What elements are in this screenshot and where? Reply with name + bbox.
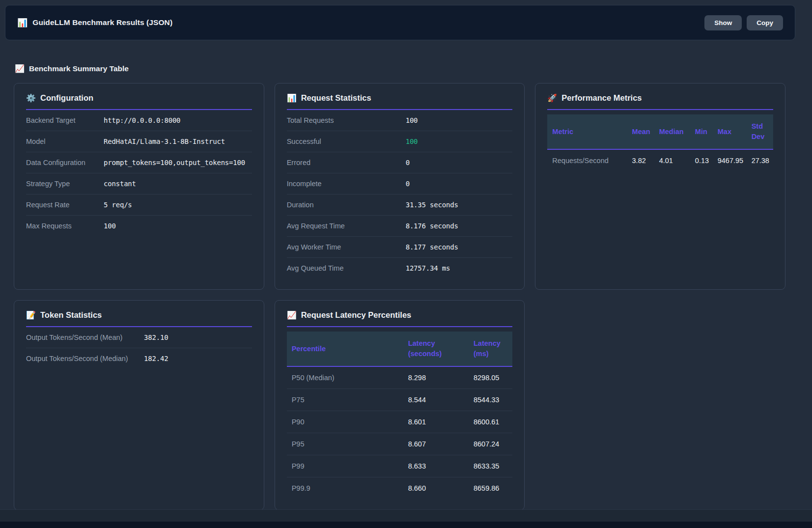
benchmark-summary-heading: 📈 Benchmark Summary Table xyxy=(15,64,812,73)
reqstat-row-errored: Errored 0 xyxy=(287,152,513,173)
row-value: prompt_tokens=100,output_tokens=100 xyxy=(104,159,245,167)
footer-strip xyxy=(0,522,812,528)
cell-metric: Requests/Second xyxy=(547,149,628,171)
table-header-row: Percentile Latency (seconds) Latency (ms… xyxy=(287,332,513,366)
cell-std-dev: 27.38 xyxy=(748,149,773,171)
row-value: http://0.0.0.0:8000 xyxy=(104,116,180,124)
latency-percentiles-table: Percentile Latency (seconds) Latency (ms… xyxy=(287,332,513,499)
token-statistics-rows: Output Tokens/Second (Mean) 382.10 Outpu… xyxy=(26,327,252,369)
row-value: 0 xyxy=(406,180,410,188)
row-value: RedHatAI/Llama-3.1-8B-Instruct xyxy=(104,138,225,145)
cell-max: 9467.95 xyxy=(714,149,748,171)
config-row-request-rate: Request Rate 5 req/s xyxy=(26,195,252,216)
reqstat-row-total-requests: Total Requests 100 xyxy=(287,110,513,131)
row-value: 12757.34 ms xyxy=(406,264,450,272)
col-std-dev: Std Dev xyxy=(748,114,773,149)
reqstat-row-incomplete: Incomplete 0 xyxy=(287,173,513,195)
cell-latency-seconds: 8.544 xyxy=(404,389,470,411)
memo-icon: 📝 xyxy=(26,310,36,320)
cell-percentile: P50 (Median) xyxy=(287,366,404,389)
cell-latency-seconds: 8.298 xyxy=(404,366,470,389)
cell-latency-ms: 8607.24 xyxy=(470,433,512,455)
row-value: 8.176 seconds xyxy=(406,222,458,230)
rocket-icon: 🚀 xyxy=(547,93,557,103)
cell-latency-seconds: 8.607 xyxy=(404,433,470,455)
col-latency-seconds: Latency (seconds) xyxy=(404,332,470,366)
row-label: Incomplete xyxy=(287,180,406,188)
row-value: 100 xyxy=(406,116,418,124)
row-label: Model xyxy=(26,138,104,145)
request-statistics-card-title: 📊 Request Statistics xyxy=(287,93,513,110)
row-value: 182.42 xyxy=(144,355,168,362)
token-statistics-card: 📝 Token Statistics Output Tokens/Second … xyxy=(14,300,264,510)
row-label: Avg Queued Time xyxy=(287,264,406,272)
cell-percentile: P99.9 xyxy=(287,477,404,500)
chart-increasing-icon: 📈 xyxy=(287,310,297,320)
section-title: Benchmark Summary Table xyxy=(29,64,129,73)
cell-percentile: P95 xyxy=(287,433,404,455)
cell-latency-ms: 8600.61 xyxy=(470,411,512,433)
token-row-output-tokens-mean: Output Tokens/Second (Mean) 382.10 xyxy=(26,327,252,348)
config-row-model: Model RedHatAI/Llama-3.1-8B-Instruct xyxy=(26,131,252,152)
card-title-text: Configuration xyxy=(40,93,93,103)
header-title-group: 📊 GuideLLM Benchmark Results (JSON) xyxy=(17,18,172,28)
content-panel-bottom xyxy=(0,509,812,522)
page-title: GuideLLM Benchmark Results (JSON) xyxy=(32,18,172,27)
row-value-success: 100 xyxy=(406,138,418,145)
configuration-rows: Backend Target http://0.0.0.0:8000 Model… xyxy=(26,110,252,236)
bar-chart-icon: 📊 xyxy=(17,18,28,28)
row-label: Duration xyxy=(287,201,406,209)
cell-median: 4.01 xyxy=(655,149,691,171)
card-title-text: Token Statistics xyxy=(40,310,102,320)
latency-percentiles-card: 📈 Request Latency Percentiles Percentile… xyxy=(275,300,525,510)
row-label: Avg Worker Time xyxy=(287,243,406,251)
row-label: Output Tokens/Second (Median) xyxy=(26,355,144,362)
copy-button[interactable]: Copy xyxy=(747,15,783,30)
header-actions: Show Copy xyxy=(704,15,783,30)
col-median: Median xyxy=(655,114,691,149)
cell-percentile: P90 xyxy=(287,411,404,433)
row-label: Request Rate xyxy=(26,201,104,209)
row-value: 0 xyxy=(406,159,410,167)
row-label: Strategy Type xyxy=(26,180,104,188)
grid-spacer xyxy=(535,300,785,510)
reqstat-row-avg-queued-time: Avg Queued Time 12757.34 ms xyxy=(287,258,513,278)
col-max: Max xyxy=(714,114,748,149)
card-title-text: Performance Metrics xyxy=(561,93,642,103)
row-label: Max Requests xyxy=(26,222,104,230)
configuration-card: ⚙️ Configuration Backend Target http://0… xyxy=(14,83,264,290)
config-row-strategy-type: Strategy Type constant xyxy=(26,173,252,195)
row-value: 100 xyxy=(104,222,116,230)
token-row-output-tokens-median: Output Tokens/Second (Median) 182.42 xyxy=(26,348,252,369)
config-row-max-requests: Max Requests 100 xyxy=(26,216,252,236)
col-percentile: Percentile xyxy=(287,332,404,366)
col-metric: Metric xyxy=(547,114,628,149)
card-title-text: Request Latency Percentiles xyxy=(301,310,412,320)
cell-latency-ms: 8659.86 xyxy=(470,477,512,500)
row-value: constant xyxy=(104,180,136,188)
row-value: 5 req/s xyxy=(104,201,132,209)
table-row-p75: P75 8.544 8544.33 xyxy=(287,389,513,411)
table-header-row: Metric Mean Median Min Max Std Dev xyxy=(547,114,773,149)
header-bar: 📊 GuideLLM Benchmark Results (JSON) Show… xyxy=(5,5,795,40)
row-label: Backend Target xyxy=(26,116,104,124)
cell-latency-ms: 8298.05 xyxy=(470,366,512,389)
request-statistics-rows: Total Requests 100 Successful 100 Errore… xyxy=(287,110,513,278)
reqstat-row-avg-worker-time: Avg Worker Time 8.177 seconds xyxy=(287,237,513,258)
row-label: Total Requests xyxy=(287,116,406,124)
row-label: Output Tokens/Second (Mean) xyxy=(26,333,144,341)
config-row-data-configuration: Data Configuration prompt_tokens=100,out… xyxy=(26,152,252,173)
table-row-p50: P50 (Median) 8.298 8298.05 xyxy=(287,366,513,389)
row-value: 8.177 seconds xyxy=(406,243,458,251)
col-mean: Mean xyxy=(628,114,655,149)
token-statistics-card-title: 📝 Token Statistics xyxy=(26,310,252,327)
show-button[interactable]: Show xyxy=(704,15,742,30)
table-row-p99-9: P99.9 8.660 8659.86 xyxy=(287,477,513,500)
performance-metrics-table: Metric Mean Median Min Max Std Dev Reque… xyxy=(547,114,773,171)
cell-latency-ms: 8633.35 xyxy=(470,455,512,477)
latency-percentiles-card-title: 📈 Request Latency Percentiles xyxy=(287,310,513,327)
table-row-requests-per-second: Requests/Second 3.82 4.01 0.13 9467.95 2… xyxy=(547,149,773,171)
card-title-text: Request Statistics xyxy=(301,93,371,103)
request-statistics-card: 📊 Request Statistics Total Requests 100 … xyxy=(275,83,525,290)
cell-latency-seconds: 8.660 xyxy=(404,477,470,500)
